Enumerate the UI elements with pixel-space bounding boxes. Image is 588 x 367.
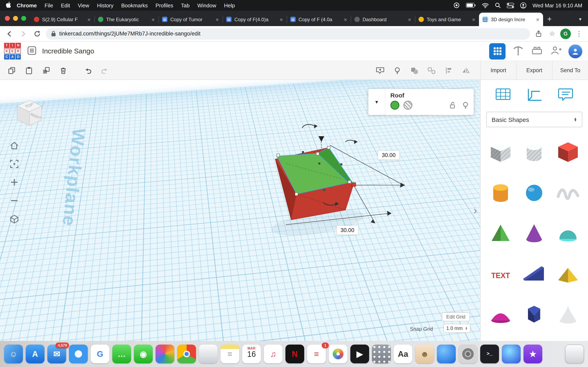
screen-recording-icon[interactable]	[453, 2, 460, 8]
dock-utility-icon[interactable]: >_	[480, 345, 499, 363]
account-avatar[interactable]	[568, 44, 582, 58]
design-title[interactable]: Incredible Sango	[42, 47, 94, 55]
dock-alerts-icon[interactable]: ≡1	[307, 345, 326, 363]
dock-notes-icon[interactable]: ≡	[221, 345, 239, 363]
menu-edit[interactable]: Edit	[61, 2, 70, 8]
dock-calendar-icon[interactable]: MAR16	[242, 345, 261, 363]
dock-files-icon[interactable]	[199, 345, 218, 363]
tab-close-icon[interactable]: ×	[280, 17, 283, 22]
shape-cone-icon[interactable]	[519, 216, 549, 250]
stepper-arrows-icon[interactable]: ▲▼	[465, 327, 467, 330]
show-all-button[interactable]	[372, 63, 389, 78]
back-button[interactable]	[4, 28, 15, 39]
spotlight-icon[interactable]	[495, 2, 501, 8]
shape-round-roof-icon[interactable]	[485, 298, 516, 332]
ruler-tool-icon[interactable]	[526, 86, 543, 104]
dock-facetime-icon[interactable]: ◉	[134, 345, 153, 363]
reload-button[interactable]	[32, 28, 43, 39]
menu-chrome[interactable]: Chrome	[17, 2, 37, 8]
shape-wedge-icon[interactable]	[519, 257, 549, 291]
tab-search-icon[interactable]: ▾	[576, 16, 585, 26]
new-tab-button[interactable]: +	[543, 15, 556, 26]
user-switch-icon[interactable]	[520, 2, 526, 8]
shape-pyramid-icon[interactable]	[485, 216, 516, 250]
light-view-button[interactable]	[389, 63, 406, 78]
export-button[interactable]: Export	[517, 61, 553, 80]
menu-help[interactable]: Help	[224, 2, 235, 8]
dock-settings-icon[interactable]	[458, 345, 477, 363]
dock-finder-icon[interactable]: ☺	[4, 345, 23, 363]
dimension-depth[interactable]: 30.00	[337, 225, 359, 235]
zoom-window-button[interactable]	[21, 16, 26, 21]
wifi-icon[interactable]	[482, 3, 489, 8]
browser-tab[interactable]: Copy of Tumor×	[158, 13, 223, 26]
3d-viewport[interactable]: Workplane TOP RIGHT	[0, 80, 480, 341]
shape-cylinder-transparent-icon[interactable]	[519, 134, 549, 169]
menu-bookmarks[interactable]: Bookmarks	[121, 2, 148, 8]
dock-photos-icon[interactable]	[329, 345, 347, 363]
menu-view[interactable]: View	[78, 2, 89, 8]
brick-export-icon[interactable]	[531, 44, 543, 58]
duplicate-button[interactable]	[38, 63, 55, 78]
browser-tab[interactable]: Copy of F (4.0a×	[287, 13, 351, 26]
shape-polygon-icon[interactable]	[519, 298, 549, 332]
browser-tab[interactable]: 3D design Incre×	[479, 13, 543, 26]
menubar-clock[interactable]: Wed Mar 16 9:10 AM	[532, 2, 582, 8]
dimension-width[interactable]: 30.00	[378, 150, 400, 160]
shape-box-transparent-icon[interactable]	[485, 134, 516, 169]
collapse-inspector-icon[interactable]: ▼	[368, 89, 385, 115]
dock-dictionary-icon[interactable]: Aa	[394, 345, 412, 363]
shape-box-icon[interactable]	[553, 134, 583, 169]
browser-tab[interactable]: Dashboard×	[351, 13, 415, 26]
close-window-button[interactable]	[5, 16, 10, 21]
send-to-button[interactable]: Send To	[553, 61, 588, 80]
tab-close-icon[interactable]: ×	[216, 17, 219, 22]
workplane-tool-icon[interactable]	[494, 86, 512, 104]
browser-tab[interactable]: Toys and Game×	[415, 13, 479, 26]
chrome-menu-icon[interactable]: ⋮	[574, 30, 584, 38]
tab-close-icon[interactable]: ×	[472, 17, 475, 22]
dock-safari-icon[interactable]	[69, 345, 88, 363]
hide-lightbulb-icon[interactable]	[462, 101, 469, 109]
tab-close-icon[interactable]: ×	[536, 17, 539, 22]
menu-window[interactable]: Window	[198, 2, 216, 8]
menu-profiles[interactable]: Profiles	[156, 2, 173, 8]
menu-file[interactable]: File	[44, 2, 53, 8]
tinkercad-logo[interactable]: TINKERCAD	[4, 43, 21, 59]
tab-close-icon[interactable]: ×	[151, 17, 155, 22]
shape-cylinder-icon[interactable]	[485, 175, 516, 210]
copy-button[interactable]	[3, 63, 20, 78]
color-swatch-transparent[interactable]	[403, 101, 412, 110]
forward-button[interactable]	[18, 28, 29, 39]
mirror-button[interactable]	[457, 63, 475, 78]
shape-scribble-icon[interactable]	[553, 175, 583, 210]
align-button[interactable]	[440, 63, 457, 78]
dock-tv-icon[interactable]: ▶	[350, 345, 369, 363]
dock-mail-icon[interactable]: ✉4,579	[47, 345, 66, 363]
edit-grid-button[interactable]: Edit Grid	[442, 312, 470, 321]
dock-messages-icon[interactable]: …	[112, 345, 131, 363]
browser-tab[interactable]: Copy of F(4.0)a×	[223, 13, 287, 26]
unlock-icon[interactable]	[449, 101, 457, 109]
shape-paraboloid-icon[interactable]	[553, 298, 583, 332]
control-center-icon[interactable]	[507, 3, 514, 8]
group-button[interactable]	[406, 63, 423, 78]
profile-avatar[interactable]: G	[560, 28, 571, 39]
share-icon[interactable]	[533, 28, 544, 39]
redo-button[interactable]	[96, 63, 113, 78]
shape-roof-icon[interactable]	[553, 257, 583, 291]
browser-tab[interactable]: S(2.9) Cellular F×	[30, 13, 94, 26]
tab-close-icon[interactable]: ×	[408, 17, 411, 22]
paste-button[interactable]	[20, 63, 38, 78]
dock-siri-icon[interactable]	[502, 345, 521, 363]
dock-music-icon[interactable]: ♫	[264, 345, 283, 363]
color-swatch-green[interactable]	[390, 101, 399, 110]
dock-chrome-icon[interactable]	[177, 345, 196, 363]
dock-trash-icon[interactable]	[565, 345, 584, 363]
3d-design-mode-button[interactable]	[489, 43, 506, 59]
delete-button[interactable]	[55, 63, 72, 78]
dock-creative-icon[interactable]	[156, 345, 174, 363]
dock-netflix-icon[interactable]: N	[285, 345, 304, 363]
shape-category-select[interactable]: Basic Shapes ▲▼	[486, 112, 582, 127]
dock-contacts-icon[interactable]: ☻	[415, 345, 434, 363]
